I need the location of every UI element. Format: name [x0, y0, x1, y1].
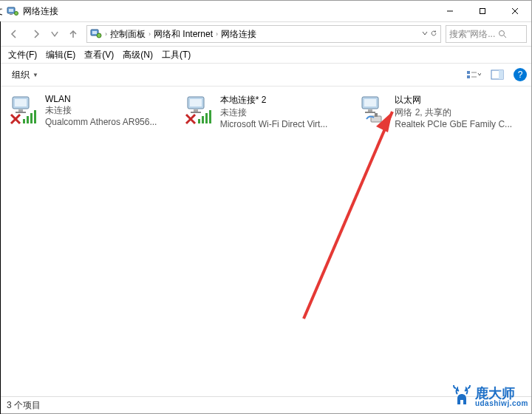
network-adapter-icon [358, 94, 390, 126]
svg-rect-41 [364, 99, 376, 106]
refresh-button[interactable] [430, 29, 437, 39]
menu-file[interactable]: 文件(F) [5, 47, 40, 63]
svg-rect-21 [15, 99, 27, 106]
svg-rect-36 [205, 113, 208, 123]
breadcrumb-leaf[interactable]: 网络连接 [221, 28, 256, 41]
svg-rect-45 [375, 113, 378, 117]
menu-tools[interactable]: 工具(T) [159, 47, 194, 63]
left-clipped-edge [0, 1, 1, 414]
connection-status: 未连接 [220, 106, 349, 119]
status-bar: 3 个项目 [1, 396, 531, 413]
menu-view[interactable]: 查看(V) [81, 47, 117, 63]
svg-rect-26 [30, 113, 33, 123]
svg-rect-27 [34, 110, 36, 123]
window-icon [7, 5, 18, 17]
connection-name: WLAN [45, 94, 174, 104]
address-bar: › 控制面板 › 网络和 Internet › 网络连接 搜索"网络... [1, 22, 531, 47]
menu-edit[interactable]: 编辑(E) [43, 47, 78, 63]
content-area[interactable]: WLAN 未连接 Qualcomm Atheros AR956... 本地连接*… [1, 86, 531, 396]
minimize-button[interactable] [434, 1, 466, 21]
maximize-button[interactable] [466, 1, 499, 21]
connection-name: 以太网 [395, 94, 524, 106]
breadcrumb-root[interactable]: 控制面板 [110, 28, 146, 41]
svg-rect-42 [368, 109, 372, 112]
svg-point-11 [97, 33, 101, 38]
up-button[interactable] [64, 25, 82, 43]
connection-name: 本地连接* 2 [220, 94, 349, 106]
connection-desc: Qualcomm Atheros AR956... [45, 117, 174, 127]
search-input[interactable]: 搜索"网络... [446, 25, 527, 43]
forward-button[interactable] [27, 25, 45, 43]
svg-rect-10 [92, 31, 97, 34]
menu-bar: 文件(F) 编辑(E) 查看(V) 高级(N) 工具(T) [1, 47, 531, 64]
svg-rect-1 [9, 9, 13, 12]
recent-dropdown[interactable] [50, 25, 60, 43]
search-icon [498, 30, 507, 38]
svg-rect-25 [27, 116, 29, 123]
chevron-right-icon: › [149, 30, 151, 38]
title-bar: 网络连接 [1, 1, 531, 22]
organize-button[interactable]: 组织 ▼ [5, 65, 45, 85]
svg-rect-22 [18, 109, 23, 112]
svg-rect-37 [209, 110, 211, 123]
breadcrumb-mid[interactable]: 网络和 Internet [154, 28, 213, 41]
toolbar: 组织 ▼ ? [1, 64, 531, 86]
svg-rect-33 [191, 112, 201, 113]
svg-rect-31 [190, 99, 202, 106]
network-adapter-icon [183, 94, 216, 126]
network-adapter-icon [8, 94, 41, 126]
svg-rect-19 [499, 70, 503, 79]
svg-rect-43 [365, 112, 375, 113]
menu-advanced[interactable]: 高级(N) [120, 47, 156, 63]
preview-pane-button[interactable] [485, 65, 509, 84]
connection-desc: Microsoft Wi-Fi Direct Virt... [220, 119, 349, 129]
status-item-count: 3 个项目 [7, 399, 41, 412]
svg-rect-2 [10, 14, 13, 15]
svg-rect-32 [194, 109, 198, 112]
control-panel-icon [90, 27, 102, 41]
organize-label: 组织 [12, 69, 30, 81]
chevron-down-icon: ▼ [33, 72, 38, 78]
svg-rect-15 [467, 75, 470, 78]
connection-status: 未连接 [45, 104, 174, 117]
chevron-right-icon: › [216, 30, 218, 38]
svg-rect-14 [467, 71, 470, 74]
view-options-button[interactable] [462, 65, 485, 84]
search-placeholder: 搜索"网络... [449, 28, 495, 41]
chevron-right-icon: › [105, 30, 107, 38]
disabled-x-icon [186, 115, 195, 123]
help-button[interactable]: ? [514, 68, 527, 81]
svg-rect-34 [198, 119, 200, 123]
disabled-x-icon [11, 115, 20, 123]
svg-line-13 [504, 35, 506, 38]
svg-point-3 [15, 12, 18, 16]
svg-point-12 [499, 31, 505, 36]
svg-rect-24 [23, 119, 25, 123]
window-title: 网络连接 [23, 5, 58, 18]
svg-rect-35 [202, 116, 204, 123]
address-dropdown[interactable] [421, 29, 429, 39]
back-button[interactable] [5, 25, 23, 43]
connection-item-ethernet[interactable]: 以太网 网络 2, 共享的 Realtek PCIe GbE Family C.… [356, 92, 525, 131]
svg-rect-23 [16, 112, 26, 113]
close-button[interactable] [499, 1, 531, 21]
window: 网络连接 › 控制面板 › 网络和 Internet › 网络连接 搜索"网络.… [0, 0, 532, 414]
breadcrumb-box[interactable]: › 控制面板 › 网络和 Internet › 网络连接 [86, 25, 441, 43]
connection-status: 网络 2, 共享的 [395, 106, 524, 119]
connection-item-wlan[interactable]: WLAN 未连接 Qualcomm Atheros AR956... [7, 92, 176, 129]
svg-rect-5 [480, 9, 485, 14]
connection-desc: Realtek PCIe GbE Family C... [395, 119, 524, 129]
connection-item-local2[interactable]: 本地连接* 2 未连接 Microsoft Wi-Fi Direct Virt.… [182, 92, 351, 131]
